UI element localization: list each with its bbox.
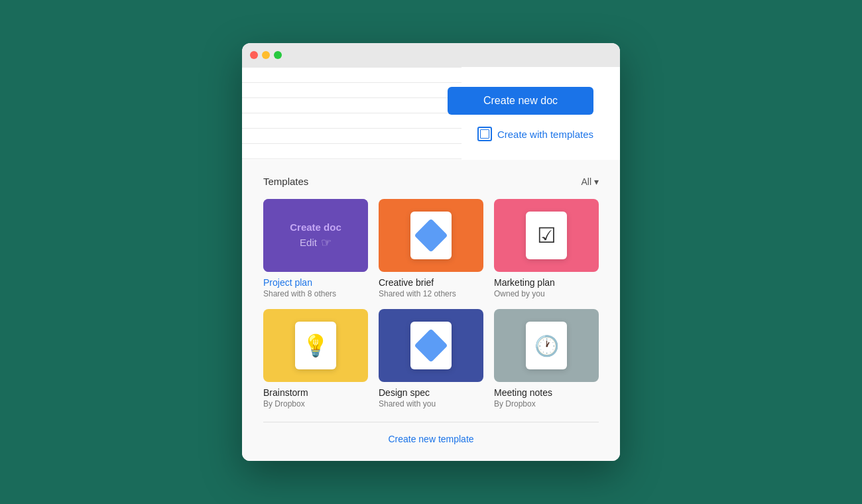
template-meta-brainstorm: By Dropbox bbox=[263, 399, 368, 409]
template-thumb-project-plan: Create doc Edit ☞ bbox=[263, 199, 368, 272]
template-hover-overlay: Create doc Edit ☞ bbox=[263, 199, 368, 272]
template-meta-meeting-notes: By Dropbox bbox=[494, 399, 599, 409]
checkbox-icon: ☑ bbox=[537, 223, 556, 248]
cursor-icon: ☞ bbox=[321, 235, 332, 250]
thumb-inner-card bbox=[410, 322, 452, 369]
create-with-templates-button[interactable]: Create with templates bbox=[477, 124, 593, 144]
top-section: Create new doc Create with templates bbox=[242, 67, 620, 160]
template-meta-project-plan: Shared with 8 others bbox=[263, 289, 368, 298]
modal: Create new doc Create with templates Tem… bbox=[242, 43, 620, 461]
template-icon bbox=[477, 127, 492, 141]
thumb-inner-card: ☑ bbox=[526, 212, 567, 259]
thumb-inner-card: 💡 bbox=[295, 322, 336, 369]
template-thumb-design-spec bbox=[379, 309, 483, 382]
maximize-window-button[interactable] bbox=[274, 51, 282, 59]
minimize-window-button[interactable] bbox=[262, 51, 270, 59]
overlay-create-doc-button[interactable]: Create doc bbox=[290, 221, 341, 233]
template-meta-creative-brief: Shared with 12 others bbox=[379, 289, 483, 298]
template-thumb-marketing-plan: ☑ bbox=[494, 199, 599, 272]
template-card-design-spec[interactable]: Design spec Shared with you bbox=[379, 309, 483, 409]
template-name-design-spec: Design spec bbox=[379, 387, 483, 398]
close-window-button[interactable] bbox=[250, 51, 258, 59]
create-new-doc-button[interactable]: Create new doc bbox=[448, 87, 593, 115]
create-new-template-button[interactable]: Create new template bbox=[388, 434, 473, 444]
diamond-icon bbox=[414, 219, 448, 253]
templates-header: Templates All ▾ bbox=[263, 176, 599, 187]
template-thumb-creative-brief bbox=[379, 199, 483, 272]
chevron-down-icon: ▾ bbox=[594, 176, 599, 187]
template-card-creative-brief[interactable]: Creative brief Shared with 12 others bbox=[379, 199, 483, 298]
lightbulb-icon: 💡 bbox=[302, 333, 329, 358]
template-name-creative-brief: Creative brief bbox=[379, 277, 483, 288]
template-thumb-brainstorm: 💡 bbox=[263, 309, 368, 382]
clock-icon: 🕐 bbox=[534, 334, 559, 357]
template-name-marketing-plan: Marketing plan bbox=[494, 277, 599, 288]
template-meta-design-spec: Shared with you bbox=[379, 399, 483, 409]
template-meta-marketing-plan: Owned by you bbox=[494, 289, 599, 298]
template-name-project-plan: Project plan bbox=[263, 277, 368, 288]
templates-footer: Create new template bbox=[263, 422, 599, 445]
thumb-inner-card bbox=[410, 212, 452, 259]
template-card-brainstorm[interactable]: 💡 Brainstorm By Dropbox bbox=[263, 309, 368, 409]
templates-title: Templates bbox=[263, 176, 308, 187]
template-name-meeting-notes: Meeting notes bbox=[494, 387, 599, 398]
overlay-edit-button[interactable]: Edit ☞ bbox=[300, 235, 332, 250]
diamond-icon bbox=[414, 329, 448, 363]
template-card-meeting-notes[interactable]: 🕐 Meeting notes By Dropbox bbox=[494, 309, 599, 409]
templates-filter-dropdown[interactable]: All ▾ bbox=[581, 176, 599, 187]
modal-title-bar bbox=[242, 43, 620, 67]
template-thumb-meeting-notes: 🕐 bbox=[494, 309, 599, 382]
template-name-brainstorm: Brainstorm bbox=[263, 387, 368, 398]
thumb-inner-card: 🕐 bbox=[526, 322, 567, 369]
templates-grid: Create doc Edit ☞ Project plan Shared wi… bbox=[263, 199, 599, 409]
template-card-marketing-plan[interactable]: ☑ Marketing plan Owned by you bbox=[494, 199, 599, 298]
templates-panel: Templates All ▾ Create doc Edit ☞ bbox=[242, 160, 620, 461]
template-card-project-plan[interactable]: Create doc Edit ☞ Project plan Shared wi… bbox=[263, 199, 368, 298]
